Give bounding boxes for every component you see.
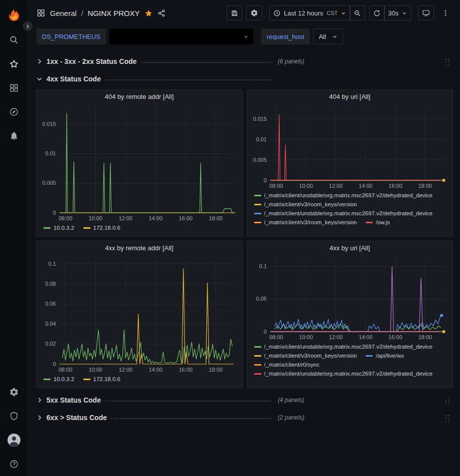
svg-text:18:00: 18:00	[418, 183, 432, 189]
chart-canvas[interactable]: 08:0010:0012:0014:0016:0018:0000.050.1	[247, 255, 453, 342]
svg-text:0.005: 0.005	[42, 180, 56, 186]
sidebar-item-server-admin[interactable]	[0, 404, 27, 428]
time-series-chart[interactable]: 08:0010:0012:0014:0016:0018:0000.050.1	[247, 255, 453, 342]
series-color-icon	[254, 373, 261, 375]
svg-text:0.1: 0.1	[259, 263, 266, 269]
series-color-icon	[254, 195, 261, 196]
expand-sidebar-button[interactable]	[23, 21, 32, 31]
zoom-out-time-button[interactable]	[350, 5, 365, 20]
star-icon	[9, 59, 19, 69]
time-series-chart[interactable]: 08:0010:0012:0014:0016:0018:0000.020.040…	[36, 255, 242, 374]
sidebar-item-explore[interactable]	[0, 100, 27, 124]
panel-title[interactable]: 4xx by uri [All]	[247, 241, 453, 255]
grafana-logo[interactable]	[5, 6, 22, 23]
row-5xx-status-code[interactable]: 5xx Status Code (4 panels)	[36, 393, 453, 407]
svg-text:0.08: 0.08	[45, 281, 56, 287]
legend-item[interactable]: /sw.js	[366, 219, 390, 225]
tv-mode-button[interactable]	[418, 5, 434, 20]
chart-canvas[interactable]: 08:0010:0012:0014:0016:0018:0000.0050.01…	[36, 103, 242, 223]
chevron-down-icon	[341, 10, 346, 16]
legend-item[interactable]: /_matrix/client/unstable/org.matrix.msc2…	[254, 371, 433, 377]
legend-item[interactable]: 10.0.3.2	[43, 376, 74, 382]
share-icon[interactable]	[157, 9, 166, 17]
time-range-picker-button[interactable]: Last 12 hours CST	[269, 5, 350, 20]
time-series-chart[interactable]: 08:0010:0012:0014:0016:0018:0000.0050.01…	[247, 103, 453, 190]
row-title: 5xx Status Code	[46, 396, 101, 404]
legend-item[interactable]: /_matrix/client/v3/room_keys/version	[254, 201, 357, 207]
save-icon	[231, 9, 238, 17]
help-button[interactable]	[0, 452, 27, 476]
svg-text:16:00: 16:00	[179, 215, 193, 221]
svg-text:10:00: 10:00	[88, 215, 102, 221]
sidebar-item-configuration[interactable]	[0, 380, 27, 404]
legend-item[interactable]: /_matrix/client/unstable/org.matrix.msc2…	[254, 344, 433, 350]
panel-title[interactable]: 4xx by remote addr [All]	[36, 241, 242, 255]
chevron-down-icon	[36, 75, 44, 82]
series-name: 172.18.0.6	[93, 225, 120, 231]
chevron-down-icon	[332, 34, 338, 39]
row-drag-handle-icon[interactable]	[445, 396, 450, 405]
svg-text:0: 0	[263, 329, 266, 335]
panel-title[interactable]: 404 by remote addr [All]	[36, 90, 242, 103]
refresh-button[interactable]	[369, 5, 385, 20]
question-circle-icon	[9, 459, 19, 469]
series-name: /sw.js	[376, 219, 390, 225]
datasource-variable: DS_PROMETHEUS	[36, 28, 253, 44]
svg-text:08:00: 08:00	[269, 183, 283, 189]
request-host-variable: request_host All	[261, 28, 343, 44]
row-4xx-status-code[interactable]: 4xx Status Code	[36, 72, 453, 86]
legend-item[interactable]: /_matrix/client/v3/room_keys/version	[254, 353, 357, 359]
row-6xx-status-code[interactable]: 6xx > Status Code (2 panels)	[36, 411, 453, 425]
variables-submenu: DS_PROMETHEUS request_host All	[27, 26, 460, 49]
chevron-right-icon	[36, 58, 44, 65]
sidebar-item-alerting[interactable]	[0, 124, 27, 148]
dashboard-title[interactable]: NGINX PROXY	[88, 9, 140, 17]
chevron-down-icon	[402, 10, 407, 16]
row-title: 1xx - 3xx - 2xx Status Code	[46, 57, 137, 65]
more-menu-button[interactable]	[438, 5, 453, 20]
legend-item[interactable]: /_matrix/client/unstable/org.matrix.msc2…	[254, 210, 433, 216]
legend-item[interactable]: 10.0.3.2	[43, 225, 74, 231]
legend-item[interactable]: 172.18.0.6	[83, 376, 120, 382]
chart-canvas[interactable]: 08:0010:0012:0014:0016:0018:0000.020.040…	[36, 255, 242, 374]
save-dashboard-button[interactable]	[227, 5, 242, 20]
time-series-chart[interactable]: 08:0010:0012:0014:0016:0018:0000.0050.01…	[36, 103, 242, 223]
monitor-icon	[422, 9, 430, 17]
legend-item[interactable]: /_matrix/client/unstable/org.matrix.msc2…	[254, 192, 433, 198]
search-button[interactable]	[0, 28, 27, 52]
chart-canvas[interactable]: 08:0010:0012:0014:0016:0018:0000.0050.01…	[247, 103, 453, 190]
datasource-select[interactable]	[109, 28, 253, 44]
legend-item[interactable]: /_matrix/client/r0/sync	[254, 362, 320, 368]
sidebar-item-dashboards[interactable]	[0, 76, 27, 100]
favorite-star-icon[interactable]	[144, 9, 153, 17]
legend-item[interactable]: 172.18.0.6	[83, 225, 120, 231]
svg-text:18:00: 18:00	[209, 367, 223, 373]
svg-text:16:00: 16:00	[179, 367, 193, 373]
navbar: General / NGINX PROXY Last 12 hours C	[27, 0, 460, 26]
svg-text:08:00: 08:00	[58, 215, 72, 221]
series-name: /_matrix/client/unstable/org.matrix.msc2…	[264, 344, 433, 350]
sidebar-item-starred[interactable]	[0, 52, 27, 76]
breadcrumb-section[interactable]: General	[50, 9, 76, 17]
svg-text:18:00: 18:00	[418, 334, 432, 340]
legend-item[interactable]: /_matrix/client/v3/room_keys/version	[254, 219, 357, 225]
dashboard-settings-button[interactable]	[246, 5, 262, 20]
row-drag-handle-icon[interactable]	[445, 57, 450, 66]
row-drag-handle-icon[interactable]	[445, 414, 450, 422]
grafana-app: General / NGINX PROXY Last 12 hours C	[0, 0, 460, 476]
panel-title[interactable]: 404 by uri [All]	[247, 90, 453, 103]
request-host-select[interactable]: All	[313, 28, 343, 44]
svg-text:08:00: 08:00	[269, 334, 283, 340]
series-name: /_matrix/client/unstable/org.matrix.msc2…	[264, 210, 433, 216]
series-name: /_matrix/client/v3/room_keys/version	[264, 353, 357, 359]
row-title: 6xx > Status Code	[46, 414, 107, 422]
search-icon	[9, 35, 19, 45]
dashboards-grid-icon	[9, 83, 19, 93]
row-1xx-3xx-2xx-status-code[interactable]: 1xx - 3xx - 2xx Status Code (6 panels)	[36, 54, 453, 68]
magnifier-minus-icon	[354, 9, 361, 17]
refresh-interval-dropdown[interactable]: 30s	[384, 5, 411, 20]
legend-item[interactable]: /api/live/ws	[366, 353, 404, 359]
user-avatar[interactable]	[0, 428, 27, 452]
svg-text:16:00: 16:00	[388, 334, 402, 340]
compass-icon	[9, 107, 19, 117]
